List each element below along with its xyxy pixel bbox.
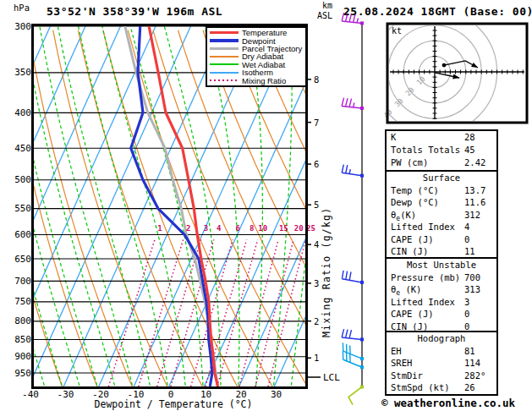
pressure-tick-label: 750 [5, 296, 31, 307]
altitude-unit-asl: ASL [304, 11, 332, 21]
x-axis-title: Dewpoint / Temperature (°C) [80, 398, 266, 410]
surface-table: SurfaceTemp (°C)13.7Dewp (°C)11.6θe(K)31… [385, 170, 498, 259]
table-row-label: Dewp (°C) [391, 196, 439, 209]
wet-adiabat-line [326, 26, 383, 386]
table-row: K28 [387, 131, 496, 144]
table-row-value: 0 [464, 233, 469, 246]
table-row: StmDir282° [387, 370, 496, 382]
km-tick-label: 1 [314, 353, 319, 363]
table-row: CAPE (J)0 [387, 308, 496, 321]
table-section-title: Most Unstable [387, 259, 496, 271]
indices-table: K28Totals Totals45PW (cm)2.42 [385, 129, 498, 172]
wind-barb-tick [349, 330, 351, 338]
lcl-label: LCL [323, 372, 340, 383]
pressure-tick-label: 550 [5, 203, 31, 214]
wind-barb-tick [342, 165, 343, 173]
table-row-value: 313 [464, 283, 480, 296]
table-row-label: CAPE (J) [391, 308, 434, 321]
table-row: SREH114 [387, 357, 496, 370]
mixing-ratio-label: 3 [204, 224, 208, 233]
table-row-value: 26 [464, 381, 475, 394]
legend-line-sample [210, 63, 239, 65]
table-row-label: Lifted Index [391, 221, 455, 233]
km-tick-label: 5 [314, 200, 319, 210]
pressure-tick-label: 800 [5, 315, 31, 326]
wind-barb-dot [360, 174, 364, 178]
temp-tick-label: -40 [14, 389, 47, 400]
table-row: θe(K)312 [387, 209, 496, 222]
credit-footer: © weatheronline.co.uk [381, 397, 515, 409]
mixing-ratio-label: 1 [157, 224, 162, 233]
wind-barb-tick [349, 169, 350, 173]
legend-line-sample [210, 39, 239, 42]
km-tick-label: 6 [314, 159, 319, 169]
mixing-ratio-label: 6 [235, 224, 239, 233]
skewt-sounding-page: 1234681015202510203040 hPa 53°52'N 358°3… [0, 0, 532, 411]
pressure-tick-label: 500 [5, 174, 31, 185]
hodograph-border [387, 24, 527, 123]
legend: TemperatureDewpointParcel TrajectoryDry … [206, 26, 307, 87]
mixing-ratio-line [217, 239, 258, 386]
wind-barb-tick [346, 271, 348, 280]
wind-barb-dot [360, 357, 364, 360]
km-tick-label: 7 [314, 118, 319, 128]
table-row-value: 13.7 [464, 184, 485, 197]
pressure-tick-label: 350 [5, 67, 31, 78]
table-row-value: 4 [464, 221, 469, 233]
table-row: Lifted Index3 [387, 296, 496, 309]
table-row: StmSpd (kt)26 [387, 381, 496, 394]
mixing-ratio-label: 4 [217, 224, 222, 233]
table-row: PW (cm)2.42 [387, 156, 496, 169]
table-row: Temp (°C)13.7 [387, 184, 496, 197]
wind-barb-dot [360, 281, 364, 284]
wind-barb [342, 279, 362, 282]
km-tick-label: 3 [314, 278, 319, 288]
legend-line-sample [210, 31, 239, 35]
legend-line-sample [210, 56, 239, 58]
table-row: EH81 [387, 345, 496, 358]
table-row-label: SREH [391, 357, 412, 370]
pressure-tick-label: 850 [5, 334, 31, 345]
wet-adiabat-line [58, 26, 150, 386]
wind-barb-tick [349, 99, 351, 107]
pressure-tick-label: 600 [5, 229, 31, 240]
wind-barb-dot [360, 107, 364, 110]
table-row: CAPE (J)0 [387, 233, 496, 246]
pressure-tick-label: 450 [5, 143, 31, 154]
wind-barb-tick [342, 271, 343, 279]
most-unstable-table: Most UnstablePressure (mb)700θe (K)313Li… [385, 257, 498, 333]
table-row-label: PW (cm) [391, 156, 428, 169]
wind-barb-tick [342, 98, 344, 107]
hodograph-ring-label: 10 [414, 74, 426, 86]
wind-barb-dot [360, 385, 364, 388]
wind-barb-dot [360, 365, 364, 369]
table-row-value: 11.6 [464, 196, 485, 209]
pressure-tick-label: 950 [5, 368, 31, 379]
wind-barb-tick [346, 98, 348, 107]
km-tick-label: 4 [314, 239, 319, 249]
page-title: 53°52'N 358°39'W 196m ASL [47, 5, 222, 18]
surface-wind-barb [348, 387, 362, 405]
hodograph-arrowhead [452, 74, 459, 79]
table-row: Totals Totals45 [387, 144, 496, 156]
wind-barb-tick [346, 330, 348, 338]
table-row-label: StmDir [391, 370, 423, 382]
wind-barb-tick [357, 19, 358, 23]
mixing-ratio-label: 10 [258, 224, 267, 233]
table-row-label: StmSpd (kt) [391, 381, 450, 394]
isotherm-line [63, 26, 226, 386]
table-row-value: 11 [464, 245, 475, 258]
table-row: θe (K)313 [387, 283, 496, 296]
wind-barb [343, 359, 362, 367]
mixing-ratio-line [139, 239, 184, 386]
hodograph-trace-start-dot [442, 63, 447, 68]
wind-barb [342, 337, 362, 340]
hodograph-unit-label: kt [392, 26, 402, 36]
table-row: CIN (J)11 [387, 245, 496, 258]
pressure-tick-label: 650 [5, 254, 31, 265]
table-row-label: K [391, 131, 396, 144]
temp-tick-label: -30 [49, 389, 83, 400]
table-row-value: 81 [464, 345, 475, 358]
table-row-value: 312 [464, 209, 480, 222]
table-row-value: 3 [464, 296, 469, 309]
